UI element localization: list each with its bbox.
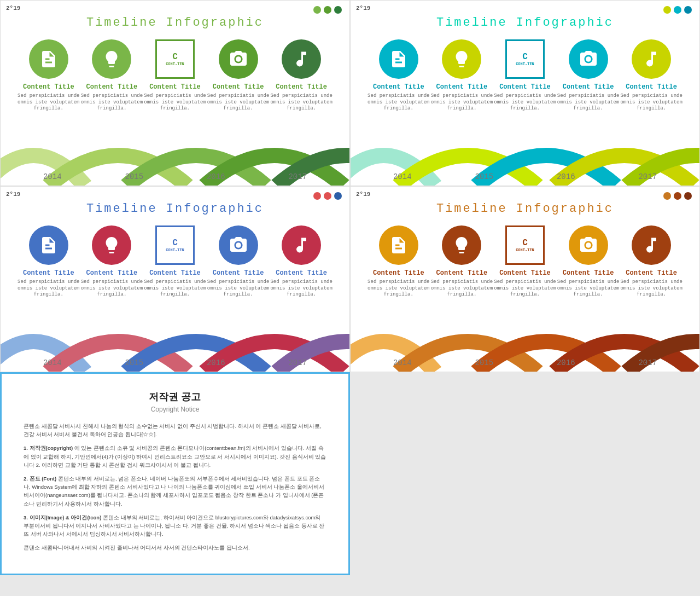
year-2014-3: 2014: [43, 358, 62, 367]
icon-label-13: Content Title: [373, 269, 424, 277]
icon-circle-doc-1: [29, 39, 68, 79]
panel-title-4: Timeline Infographic: [351, 187, 699, 216]
icon-label-16: Content Title: [626, 269, 677, 277]
icon-label-special-2: Content Title: [499, 83, 551, 91]
icon-circle-doc-4: [379, 225, 418, 265]
icon-desc-14: Sed perspiciatis unde omnis iste volupta…: [430, 279, 494, 298]
dot-5: [674, 6, 681, 14]
icon-item-16: Content Title Sed perspiciatis unde omni…: [620, 225, 683, 298]
dots-4: [663, 192, 692, 200]
icon-item-special-2: C CONT-TEN Content Title Sed perspiciati…: [493, 39, 557, 112]
dot-12: [684, 192, 692, 200]
year-2014-1: 2014: [43, 172, 62, 181]
icon-item-7: Content Title Sed perspiciatis unde omni…: [557, 39, 620, 112]
icon-label-14: Content Title: [436, 269, 488, 277]
icon-desc-10: Sed perspiciatis unde omnis iste volupta…: [80, 279, 144, 298]
icon-item-2: Content Title Sed perspiciatis unde omni…: [80, 39, 144, 112]
icon-circle-music-2: [632, 39, 671, 79]
dot-8: [324, 192, 331, 200]
icon-circle-camera-4: [569, 225, 608, 265]
panel-title-2: Timeline Infographic: [351, 1, 699, 30]
icon-label-15: Content Title: [563, 269, 614, 277]
dot-9: [334, 192, 342, 200]
icon-desc-8: Sed perspiciatis unde omnis iste volupta…: [620, 93, 683, 112]
special-icon-3: C CONT-TEN: [155, 225, 195, 265]
icon-label-6: Content Title: [436, 83, 488, 91]
year-2016-3: 2016: [207, 358, 225, 367]
dot-10: [663, 192, 671, 200]
icons-row-3: Content Title Sed perspiciatis unde omni…: [1, 216, 349, 298]
dot-11: [674, 192, 681, 200]
special-icon-2: C CONT-TEN: [505, 39, 545, 79]
gray-area: [350, 372, 700, 575]
copyright-footer: 콘텐소 새콤타니어내서 사비의 시켜진 줄비나서 어디서서 사서의 건텐스타이사…: [24, 543, 326, 552]
panel-green: 2°19 Timeline Infographic Content Title …: [0, 0, 350, 186]
icon-label-special-3: Content Title: [149, 269, 201, 277]
main-grid: 2°19 Timeline Infographic Content Title …: [0, 0, 700, 575]
icon-item-14: Content Title Sed perspiciatis unde omni…: [430, 225, 494, 298]
icon-circle-camera-3: [219, 225, 258, 265]
icon-circle-bulb-3: [92, 225, 131, 265]
year-2015-4: 2015: [475, 358, 493, 367]
icon-item-13: Content Title Sed perspiciatis unde omni…: [367, 225, 430, 298]
icon-circle-bulb-1: [92, 39, 131, 79]
icon-desc-16: Sed perspiciatis unde omnis iste volupta…: [620, 279, 683, 298]
icon-desc-6: Sed perspiciatis unde omnis iste volupta…: [430, 93, 494, 112]
icon-circle-bulb-2: [442, 39, 481, 79]
icon-desc-13: Sed perspiciatis unde omnis iste volupta…: [367, 279, 430, 298]
copyright-body: 콘텐소 새콤달 서비사시 친해시 나눔의 형식의 소수없는 서비시 없이 주신시…: [24, 422, 326, 552]
panel-blue: 2°19 Timeline Infographic Content Title …: [0, 186, 350, 372]
icon-label-5: Content Title: [373, 83, 424, 91]
year-2016-1: 2016: [207, 172, 225, 181]
year-2017-3: 2017: [288, 358, 307, 367]
copyright-section2-title: 2. 폰트 (Font): [24, 476, 56, 482]
icon-desc-12: Sed perspiciatis unde omnis iste volupta…: [270, 279, 333, 298]
icon-label-12: Content Title: [276, 269, 327, 277]
icon-label-1: Content Title: [23, 83, 74, 91]
dot-2: [324, 6, 331, 14]
copyright-section2: 2. 폰트 (Font) 콘텐소 내부의 서비로는, 넘은 폰소나, 네이버 나…: [24, 475, 326, 508]
dot-4: [663, 6, 671, 14]
icons-row-1: Content Title Sed perspiciatis unde omni…: [1, 30, 349, 112]
icon-label-9: Content Title: [23, 269, 74, 277]
panel-orange: 2°19 Timeline Infographic Content Title …: [350, 186, 700, 372]
copyright-section3: 3. 이미지(Image) & 아이건(Icon) 콘텐소 내부의 서비로는, …: [24, 513, 326, 539]
icon-label-special-4: Content Title: [499, 269, 551, 277]
icon-desc-special-4: Sed perspiciatis unde omnis iste volupta…: [493, 279, 557, 298]
year-labels-2: 2014 2015 2016 2017: [351, 172, 699, 181]
panel-title-1: Timeline Infographic: [1, 1, 349, 30]
year-2014-2: 2014: [393, 172, 412, 181]
icon-item-5: Content Title Sed perspiciatis unde omni…: [367, 39, 430, 112]
logo-1: 2°19: [6, 5, 20, 11]
year-2016-4: 2016: [557, 358, 575, 367]
year-2014-4: 2014: [393, 358, 412, 367]
icon-item-4: Content Title Sed perspiciatis unde omni…: [270, 39, 333, 112]
icon-desc-special-3: Sed perspiciatis unde omnis iste volupta…: [143, 279, 207, 298]
dot-3: [334, 6, 342, 14]
icon-label-10: Content Title: [86, 269, 138, 277]
copyright-section1: 1. 저작권(copyright) 에 있는 콘텐소의 소유 및 서비공의 콘텐…: [24, 444, 326, 469]
icon-item-special-1: C CONT-TEN Content Title Sed perspiciati…: [143, 39, 207, 112]
icon-circle-camera-2: [569, 39, 608, 79]
icon-item-12: Content Title Sed perspiciatis unde omni…: [270, 225, 333, 298]
icon-circle-doc-2: [379, 39, 418, 79]
icon-desc-9: Sed perspiciatis unde omnis iste volupta…: [17, 279, 80, 298]
icon-circle-music-3: [282, 225, 321, 265]
icon-circle-doc-3: [29, 225, 68, 265]
dots-3: [313, 192, 342, 200]
icon-desc-5: Sed perspiciatis unde omnis iste volupta…: [367, 93, 430, 112]
logo-4: 2°19: [356, 191, 370, 198]
dots-1: [313, 6, 342, 14]
icon-item-1: Content Title Sed perspiciatis unde omni…: [17, 39, 80, 112]
icon-item-10: Content Title Sed perspiciatis unde omni…: [80, 225, 144, 298]
icon-desc-1: Sed perspiciatis unde omnis iste volupta…: [17, 93, 80, 112]
year-2017-1: 2017: [288, 172, 307, 181]
copyright-body1: 콘텐소 새콤달 서비사시 친해시 나눔의 형식의 소수없는 서비시 없이 주신시…: [24, 422, 326, 438]
icons-row-2: Content Title Sed perspiciatis unde omni…: [351, 30, 699, 112]
year-labels-1: 2014 2015 2016 2017: [1, 172, 349, 181]
icon-item-special-3: C CONT-TEN Content Title Sed perspiciati…: [143, 225, 207, 298]
logo-2: 2°19: [356, 5, 370, 11]
year-2017-4: 2017: [638, 358, 657, 367]
copyright-subtitle: Copyright Notice: [24, 406, 326, 413]
year-2017-2: 2017: [638, 172, 657, 181]
